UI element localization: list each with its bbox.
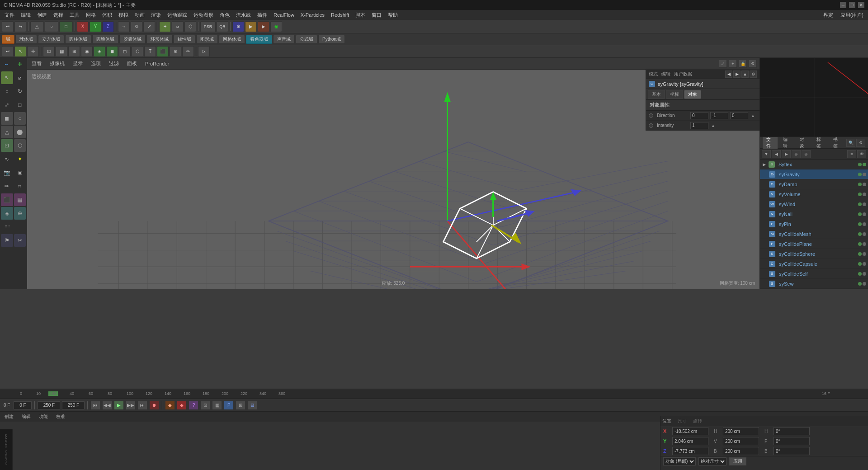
bottom-tool2[interactable]: ✂ — [14, 234, 26, 247]
tb2-text[interactable]: T — [144, 46, 156, 57]
menu-mograph[interactable]: 运动图形 — [191, 11, 216, 19]
camera-icon[interactable]: 📷 — [1, 166, 13, 179]
tb2-fx[interactable]: fx — [198, 46, 210, 57]
bottom-tab-edit[interactable]: 编辑 — [19, 413, 33, 421]
obj-sypin-vis1[interactable] — [858, 222, 862, 226]
tb2-cube2[interactable]: ◻ — [119, 46, 131, 57]
tb2-move[interactable]: ✛ — [27, 46, 39, 57]
render3-btn[interactable]: ◉ — [270, 21, 282, 32]
menu-plugins[interactable]: 插件 — [255, 11, 270, 19]
play-start-btn[interactable]: ⏮ — [90, 401, 100, 410]
props-mode-label[interactable]: 模式 — [649, 71, 658, 77]
mode-sphere-btn[interactable]: 球体域 — [15, 35, 37, 44]
vp-lock-icon[interactable]: 🔒 — [739, 60, 747, 68]
tb2-box2[interactable]: ▦ — [56, 46, 67, 57]
tool-lasso-icon[interactable]: ⌀ — [14, 71, 26, 84]
key3-btn[interactable]: ? — [189, 401, 198, 410]
menu-motion-track[interactable]: 运动跟踪 — [165, 11, 190, 19]
direction-z-input[interactable] — [730, 112, 748, 119]
lasso-btn[interactable]: ⌀ — [172, 21, 184, 32]
light-icon[interactable]: ✦ — [14, 153, 26, 165]
play-back-btn[interactable]: ◀◀ — [102, 401, 112, 410]
direction-x-input[interactable] — [690, 112, 708, 119]
tb2-box1[interactable]: ⊡ — [43, 46, 55, 57]
move-btn[interactable]: ↔ — [118, 21, 130, 32]
intensity-circle-icon[interactable] — [649, 123, 653, 128]
scene-obj-sypin[interactable]: P syPin — [760, 219, 868, 229]
mode-cube-btn[interactable]: 立方体域 — [38, 35, 64, 44]
tool-extra2[interactable]: ⊕ — [14, 207, 26, 220]
vp-menu-display[interactable]: 显示 — [71, 59, 85, 68]
obj-synail-vis2[interactable] — [863, 212, 866, 216]
vp-menu-filter[interactable]: 过滤 — [107, 59, 121, 68]
direction-circle-icon[interactable] — [649, 113, 653, 118]
vp-menu-panel[interactable]: 面板 — [125, 59, 139, 68]
menu-edit[interactable]: 编辑 — [18, 11, 33, 19]
props-userdata-label[interactable]: 用户数据 — [674, 71, 692, 77]
tb2-extrude[interactable]: ⬛ — [157, 46, 169, 57]
props-tab-object[interactable]: 对象 — [684, 90, 701, 99]
coord-rot-h-input[interactable] — [774, 427, 810, 435]
minimize-button[interactable]: ─ — [840, 2, 846, 8]
coord-rot-p-input[interactable] — [774, 437, 810, 445]
coord-rot-b-input[interactable] — [774, 447, 810, 455]
scene-obj-syscollideplane[interactable]: P syCollidePlane — [760, 239, 868, 249]
scene-obj-sywind[interactable]: W syWind — [760, 199, 868, 209]
shape-triangle-btn[interactable]: △ — [30, 21, 44, 32]
scene-obj-sygravity[interactable]: G syGravity — [760, 169, 868, 179]
scene-tab-object[interactable]: 对象 — [796, 136, 811, 150]
mode-torus-btn[interactable]: 环形体域 — [146, 35, 173, 44]
menu-help[interactable]: 帮助 — [385, 11, 401, 19]
play-fwd-btn[interactable]: ▶▶ — [126, 401, 136, 410]
vp-menu-view[interactable]: 查看 — [30, 59, 43, 68]
menu-mesh[interactable]: 网格 — [83, 11, 99, 19]
scene-obj-syscollideself[interactable]: S syCollideSelf — [760, 269, 868, 279]
menu-redshift[interactable]: Redshift — [328, 11, 352, 19]
obj-sysew-vis1[interactable] — [858, 282, 862, 286]
axis-z-btn[interactable]: Z — [102, 21, 114, 32]
obj-sygravity-vis1[interactable] — [858, 173, 862, 176]
scene-obj-syscollidesphere[interactable]: S syCollideSphere — [760, 249, 868, 259]
tb2-box3[interactable]: ⊞ — [68, 46, 80, 57]
props-up-icon[interactable]: ▲ — [741, 70, 749, 78]
tb2-cube3[interactable]: ⬡ — [132, 46, 143, 57]
scene-config-icon[interactable]: ⚙ — [856, 139, 865, 147]
mode-domain-btn[interactable]: 域 — [2, 35, 14, 44]
scene-tab-file[interactable]: 文件 — [763, 136, 778, 150]
bottom-tab-align[interactable]: 校准 — [53, 413, 68, 421]
prim-cone-icon[interactable]: △ — [1, 126, 13, 138]
scene-obj-syvolume[interactable]: V syVolume — [760, 189, 868, 199]
obj-syvolume-vis1[interactable] — [858, 193, 862, 196]
scene-obj-sysew[interactable]: S sySew — [760, 279, 868, 289]
dots-icon[interactable]: ⠿ ⠿ — [1, 221, 14, 233]
shape-square-btn[interactable]: □ — [59, 21, 73, 32]
vp-expand-icon[interactable]: ⤢ — [719, 60, 727, 68]
props-back-icon[interactable]: ◀ — [725, 70, 732, 78]
tb2-brush[interactable]: ✏ — [182, 46, 194, 57]
axis-y-btn[interactable]: Y — [90, 21, 101, 32]
scene-tool2[interactable]: ◀ — [772, 150, 781, 158]
props-tab-basic[interactable]: 基本 — [648, 90, 665, 99]
qr-btn[interactable]: QR — [217, 21, 228, 32]
tb2-pointer[interactable]: ↖ — [14, 46, 26, 57]
mode-mesh-btn[interactable]: 网格体域 — [219, 35, 245, 44]
obj-syscollideself-vis2[interactable] — [863, 272, 866, 276]
scene-tab-edit[interactable]: 编辑 — [779, 136, 794, 150]
tool-move-icon[interactable]: ↕ — [1, 85, 13, 98]
coord-size-mode-select[interactable]: 绝对尺寸 相对尺寸 — [698, 457, 726, 465]
coord-size-v-input[interactable] — [723, 437, 759, 445]
menu-boundary[interactable]: 界定 — [821, 11, 836, 19]
motion2-btn[interactable]: ▦ — [212, 401, 222, 410]
motion3-btn[interactable]: P — [224, 401, 234, 410]
obj-sysew-vis2[interactable] — [863, 282, 866, 286]
scene-obj-sycollidemesh[interactable]: M syCollideMesh — [760, 229, 868, 239]
props-forward-icon[interactable]: ▶ — [733, 70, 741, 78]
spline-icon[interactable]: ∿ — [1, 153, 13, 165]
menu-window[interactable]: 窗口 — [369, 11, 384, 19]
render2-btn[interactable]: ▶ — [258, 21, 269, 32]
motion-btn[interactable]: ⊡ — [200, 401, 210, 410]
scene-search-icon[interactable]: 🔍 — [846, 139, 855, 147]
obj-syscollidecapsule-vis2[interactable] — [863, 262, 866, 266]
tb2-nurbs[interactable]: ⊛ — [170, 46, 181, 57]
bottom-tab-create[interactable]: 创建 — [2, 413, 16, 421]
